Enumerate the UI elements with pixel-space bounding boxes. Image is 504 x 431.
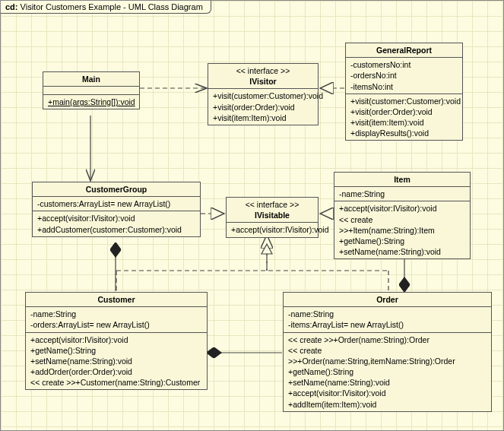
op: +setName(name:String):void — [30, 356, 202, 366]
op: +visit(item:Item):void — [213, 113, 313, 123]
class-ivisitor[interactable]: << interface >> IVisitor +visit(customer… — [208, 63, 319, 125]
op: +accept(visitor:IVisitor):void — [339, 203, 465, 214]
op: +getName():String — [339, 236, 465, 246]
op: +addOrder(order:Order):void — [30, 366, 202, 377]
op: << create >>+Order(name:String):Order — [288, 334, 487, 345]
ops: << create >>+Order(name:String):Order <<… — [284, 333, 491, 411]
op: +accept(visitor:IVisitor):void — [30, 334, 202, 345]
class-customer[interactable]: Customer -name:String -orders:ArrayList=… — [25, 292, 208, 390]
op: +accept(visitor:IVisitor):void — [231, 224, 313, 235]
stereotype: << interface >> — [213, 65, 313, 76]
attrs: -name:String -orders:ArrayList= new Arra… — [26, 307, 207, 332]
op: +addCustomer(customer:Customer):void — [37, 224, 195, 235]
diagram-title-tab: cd: Visitor Customers Example - UML Clas… — [1, 1, 211, 14]
attrs: -name:String -items:ArrayList= new Array… — [284, 307, 491, 332]
op: +accept(visitor:IVisitor):void — [288, 388, 487, 398]
ops: +accept(visitor:IVisitor):void +addCusto… — [33, 211, 200, 236]
diagram-title: Visitor Customers Example - UML Class Di… — [21, 2, 203, 11]
op: +visit(item:Item):void — [350, 117, 458, 128]
ops: +accept(visitor:IVisitor):void << create… — [334, 201, 470, 258]
ops: +visit(customer:Customer):void +visit(or… — [346, 94, 462, 141]
class-name: IVisitor — [213, 76, 313, 87]
class-name: Order — [284, 293, 491, 307]
diagram-title-prefix: cd: — [5, 2, 18, 11]
class-name: IVisitable — [231, 210, 313, 220]
attrs-empty — [43, 87, 139, 95]
class-name: Main — [43, 72, 139, 87]
attr: -customersNo:int — [350, 59, 458, 70]
op: << create >>+Order(name:String,itemName:… — [288, 345, 487, 366]
ops: +visit(customer:Customer):void +visit(or… — [208, 89, 318, 125]
op: +getName():String — [30, 345, 202, 356]
attrs: -name:String — [334, 187, 470, 201]
class-customergroup[interactable]: CustomerGroup -customers:ArrayList= new … — [32, 182, 201, 237]
attrs: -customersNo:int -ordersNo:int -itemsNo:… — [346, 58, 462, 94]
header: << interface >> IVisitable — [227, 198, 318, 223]
attr: -name:String — [339, 189, 465, 199]
op: +setName(name:String):void — [339, 246, 465, 257]
class-name: CustomerGroup — [33, 182, 200, 197]
op: +main(args:String[]):void — [48, 97, 135, 107]
attr: -name:String — [30, 309, 202, 319]
class-main[interactable]: Main +main(args:String[]):void — [43, 71, 140, 109]
class-order[interactable]: Order -name:String -items:ArrayList= new… — [283, 292, 492, 412]
class-ivisitable[interactable]: << interface >> IVisitable +accept(visit… — [226, 197, 319, 238]
class-generalreport[interactable]: GeneralReport -customersNo:int -ordersNo… — [345, 43, 463, 141]
ops: +accept(visitor:IVisitor):void — [227, 223, 318, 236]
op: +setName(name:String):void — [288, 377, 487, 388]
op: << create >>+Customer(name:String):Custo… — [30, 377, 202, 388]
op: +visit(customer:Customer):void — [213, 90, 313, 101]
ops: +accept(visitor:IVisitor):void +getName(… — [26, 333, 207, 390]
op: +displayResults():void — [350, 128, 458, 138]
uml-canvas: cd: Visitor Customers Example - UML Clas… — [0, 0, 504, 431]
op: +visit(order:Order):void — [350, 106, 458, 117]
attr: -customers:ArrayList= new ArrayList() — [37, 198, 195, 209]
attrs: -customers:ArrayList= new ArrayList() — [33, 197, 200, 211]
class-name: GeneralReport — [346, 43, 462, 58]
class-item[interactable]: Item -name:String +accept(visitor:IVisit… — [334, 172, 471, 259]
class-name: Item — [334, 173, 470, 187]
class-name: Customer — [26, 293, 207, 307]
ops: +main(args:String[]):void — [43, 95, 139, 109]
op: +addItem(item:Item):void — [288, 399, 487, 410]
op: +visit(customer:Customer):void — [350, 96, 458, 106]
header: << interface >> IVisitor — [208, 64, 318, 89]
stereotype: << interface >> — [231, 199, 313, 210]
attr: -ordersNo:int — [350, 70, 458, 81]
op: +accept(visitor:IVisitor):void — [37, 213, 195, 223]
attr: -itemsNo:int — [350, 81, 458, 92]
op: +getName():String — [288, 366, 487, 377]
attr: -orders:ArrayList= new ArrayList() — [30, 319, 202, 330]
attr: -items:ArrayList= new ArrayList() — [288, 319, 487, 330]
op: +visit(order:Order):void — [213, 102, 313, 113]
attr: -name:String — [288, 309, 487, 319]
arrowhead-ivisitable-up — [262, 244, 272, 254]
op: << create >>+Item(name:String):Item — [339, 214, 465, 236]
